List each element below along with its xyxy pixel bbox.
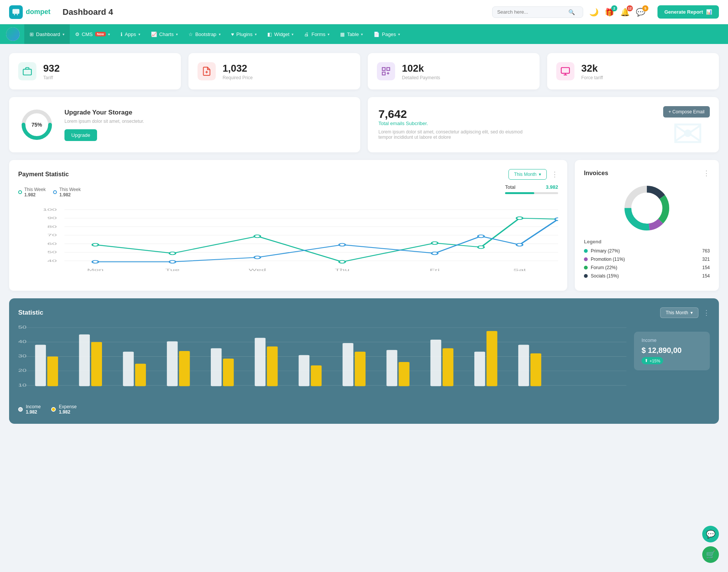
invoices-legend-list: Primary (27%) 763 Promotion (11%) 321 Fo… <box>584 248 710 279</box>
chevron-down-icon: ▾ <box>138 32 140 36</box>
gift-icon[interactable]: 🎁2 <box>605 8 614 17</box>
svg-point-48 <box>516 243 522 246</box>
gift-badge: 2 <box>611 5 617 11</box>
more-options-icon[interactable]: ⋮ <box>551 170 558 179</box>
svg-rect-73 <box>211 348 222 386</box>
stat-cards-row: 932 Tariff 1,032 Required Price 102k Det… <box>9 53 719 89</box>
bar-chart-area: 50 40 30 20 10 <box>18 324 626 415</box>
detailed-payments-value: 102k <box>402 63 440 74</box>
svg-text:50: 50 <box>47 250 57 254</box>
svg-rect-66 <box>47 356 58 386</box>
bell-badge: 12 <box>627 5 633 11</box>
bar-chart-icon: 📊 <box>706 9 712 15</box>
svg-rect-77 <box>299 355 310 386</box>
nav-item-dashboard[interactable]: ⊞ Dashboard ▾ <box>24 24 70 44</box>
logo-text: dompet <box>26 8 50 16</box>
stat-card-tariff: 932 Tariff <box>9 53 181 89</box>
invoices-more-icon[interactable]: ⋮ <box>703 169 710 177</box>
nav-item-widget[interactable]: ◧ Widget ▾ <box>262 24 299 44</box>
svg-rect-81 <box>386 350 397 386</box>
chat-badge: 5 <box>642 5 648 11</box>
search-input[interactable] <box>497 9 565 15</box>
svg-point-49 <box>555 218 558 221</box>
moon-icon[interactable]: 🌙 <box>589 8 599 17</box>
search-bar[interactable]: 🔍 <box>492 6 583 18</box>
svg-text:Tue: Tue <box>165 268 180 272</box>
nav-item-bootstrap[interactable]: ☆ Bootstrap ▾ <box>183 24 226 44</box>
nav-item-cms[interactable]: ⚙ CMS New ▾ <box>70 24 115 44</box>
tariff-value: 932 <box>43 63 60 74</box>
chart-controls: This Month ▾ ⋮ <box>508 169 558 180</box>
svg-rect-86 <box>486 331 497 386</box>
nav-item-plugins[interactable]: ♥ Plugins ▾ <box>226 24 262 44</box>
chevron-down-icon: ▾ <box>328 32 329 36</box>
chart-header: Payment Statistic This Month ▾ ⋮ <box>18 169 558 180</box>
total-row: Total 3.982 <box>505 184 558 190</box>
nav-item-pages[interactable]: 📄 Pages ▾ <box>368 24 405 44</box>
invoices-header: Invoices ⋮ <box>584 169 710 177</box>
svg-point-38 <box>431 242 438 244</box>
chevron-down-icon: ▾ <box>292 32 293 36</box>
legend-left-forum: Forum (22%) <box>584 265 617 270</box>
svg-text:Fri: Fri <box>430 268 439 272</box>
grid-plus-icon <box>377 62 395 80</box>
chat-icon[interactable]: 💬5 <box>636 8 645 17</box>
nav-bar: ⊞ Dashboard ▾ ⚙ CMS New ▾ ℹ Apps ▾ 📈 Cha… <box>0 24 728 44</box>
this-month-button[interactable]: This Month ▾ <box>508 169 547 180</box>
gear-icon: ⚙ <box>75 31 80 37</box>
chevron-down-icon: ▾ <box>361 32 363 36</box>
svg-point-39 <box>478 246 484 248</box>
svg-rect-76 <box>267 346 278 386</box>
income-panel: Income $ 12,890,00 ⬆ +15% <box>634 332 710 370</box>
nav-item-apps[interactable]: ℹ Apps ▾ <box>115 24 146 44</box>
legend-left-promotion: Promotion (11%) <box>584 257 625 262</box>
app-title: Dashboard 4 <box>63 7 492 17</box>
line-chart: 100 90 80 70 60 50 40 Mon Tue Wed Thu Fr… <box>18 206 558 276</box>
svg-text:40: 40 <box>18 340 27 344</box>
svg-rect-82 <box>399 362 410 386</box>
svg-text:Wed: Wed <box>249 268 266 272</box>
storage-info: Upgrade Your Storage Lorem ipsum dolor s… <box>64 109 144 141</box>
nav-item-forms[interactable]: 🖨 Forms ▾ <box>299 24 335 44</box>
chevron-down-icon: ▾ <box>690 310 693 315</box>
svg-point-34 <box>92 243 98 246</box>
svg-rect-68 <box>91 342 102 386</box>
upgrade-button[interactable]: Upgrade <box>64 129 97 141</box>
header-icons: 🌙 🎁2 🔔12 💬5 Generate Report 📊 <box>589 5 719 19</box>
chevron-down-icon: ▾ <box>176 32 178 36</box>
svg-rect-69 <box>123 352 134 386</box>
email-subtitle: Total emails Subcriber. <box>378 121 708 126</box>
svg-text:Mon: Mon <box>87 268 104 272</box>
payment-chart-title: Payment Statistic <box>18 171 69 178</box>
nav-item-table[interactable]: ▦ Table ▾ <box>335 24 368 44</box>
svg-text:40: 40 <box>47 259 57 263</box>
svg-point-36 <box>254 235 260 238</box>
promotion-dot <box>584 257 588 261</box>
primary-dot <box>584 249 588 253</box>
teal-dot <box>18 190 22 194</box>
statistic-header: Statistic This Month ▾ ⋮ <box>18 307 710 318</box>
income-badge: ⬆ +15% <box>642 357 663 364</box>
bell-icon[interactable]: 🔔12 <box>620 8 630 17</box>
star-icon: ☆ <box>188 31 193 37</box>
svg-text:Thu: Thu <box>335 268 350 272</box>
chevron-down-icon: ▾ <box>539 172 541 177</box>
file-plus-icon <box>198 62 216 80</box>
legend1-value: 1.982 <box>24 192 46 197</box>
generate-report-button[interactable]: Generate Report 📊 <box>657 5 719 19</box>
storage-desc: Lorem ipsum dolor sit amet, onsectetur. <box>64 119 144 124</box>
statistic-month-button[interactable]: This Month ▾ <box>660 307 698 318</box>
statistic-more-icon[interactable]: ⋮ <box>703 309 710 317</box>
svg-rect-87 <box>518 345 529 386</box>
svg-text:50: 50 <box>18 325 27 329</box>
svg-rect-6 <box>382 72 385 75</box>
legend-item-2: This Week 1.982 <box>53 184 80 200</box>
nav-item-charts[interactable]: 📈 Charts ▾ <box>146 24 183 44</box>
svg-rect-67 <box>79 334 90 386</box>
legend-title: Legend <box>584 239 710 244</box>
legend-left-socials: Socials (15%) <box>584 273 619 279</box>
svg-point-43 <box>169 260 176 263</box>
svg-rect-4 <box>382 67 385 71</box>
svg-point-45 <box>339 243 345 246</box>
svg-text:Sat: Sat <box>513 268 526 272</box>
